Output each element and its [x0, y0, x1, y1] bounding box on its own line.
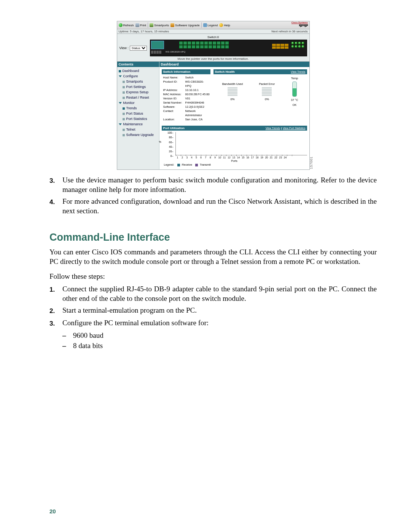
- page-number: 20: [49, 508, 56, 514]
- info-value: FHH0939H046: [185, 101, 210, 105]
- pu-view-stats-link[interactable]: View Port Statistics: [283, 127, 306, 129]
- port-grid[interactable]: [179, 42, 229, 48]
- nav-item-label: Restart / Reset: [126, 96, 149, 99]
- port-utilization-panel: Port Utilization View Trends | View Port…: [162, 126, 307, 167]
- nav-item-label: Port Statistics: [126, 117, 147, 121]
- cisco-brand: Cisco Systems: [292, 21, 308, 27]
- refresh-label: Refresh: [123, 24, 134, 27]
- print-button[interactable]: Print: [135, 23, 146, 27]
- nav-item-label: Port Settings: [126, 85, 146, 89]
- port-utilization-header: Port Utilization View Trends | View Port…: [162, 126, 307, 131]
- item-number: 3.: [49, 318, 62, 328]
- figure-reference-number: 157001: [309, 157, 313, 169]
- cli-section-heading: Command-Line Interface: [49, 232, 377, 243]
- legend-receive-swatch: [177, 164, 180, 166]
- bullet-icon: [123, 107, 125, 110]
- view-dropdown[interactable]: Status: [130, 46, 147, 51]
- item-text: Start a terminal-emulation program on th…: [62, 305, 377, 316]
- nav-item-label: Software Upgrade: [126, 133, 154, 137]
- info-value: 10.10.10.1: [185, 88, 210, 92]
- mode-buttons[interactable]: [151, 50, 163, 54]
- bullet-icon: [123, 81, 125, 83]
- temp-gauge: Temp 37 °C OK: [291, 77, 298, 107]
- bullet-icon: [119, 70, 121, 72]
- info-value: 00:D0:2B:FC:45:80: [185, 92, 210, 96]
- main-area: Contents DashboardConfigureSmartportsPor…: [117, 62, 309, 169]
- info-value: 12.2(0.0.9)SE2: [185, 105, 210, 109]
- dash-bullet: –: [62, 331, 73, 340]
- bandwidth-gauge: Bandwidth Used 0%: [222, 82, 243, 101]
- view-selector[interactable]: View : Status: [119, 46, 147, 51]
- switch-health-panel: Switch Health View Trends Bandwidth Used…: [213, 69, 307, 123]
- gbic-leds: [291, 42, 304, 48]
- view-label: View :: [119, 46, 129, 50]
- software-upgrade-label: Software Upgrade: [175, 24, 199, 27]
- nav-item[interactable]: Port Status: [119, 111, 158, 116]
- view-trends-link[interactable]: View Trends: [291, 70, 305, 73]
- chart-x-ticks: [176, 155, 297, 156]
- device-manager-figure: Refresh Print Smartports Software Upgrad…: [49, 21, 377, 170]
- temp-label: Temp: [291, 77, 298, 80]
- nav-item[interactable]: Dashboard: [119, 68, 158, 73]
- info-key: Version ID:: [163, 96, 184, 101]
- nav-item-label: Smartports: [126, 80, 143, 83]
- list-item: 1. Connect the supplied RJ-45-to DB-9 ad…: [49, 284, 377, 303]
- nav-item-label: Configure: [123, 74, 138, 78]
- uptime-text: Uptime: 5 days, 17 hours, 15 minutes: [119, 30, 169, 33]
- switch-information-panel: Switch Information Host Name:SwitchProdu…: [162, 69, 210, 123]
- info-key: Contact:: [163, 109, 184, 117]
- nav-item-label: Telnet: [126, 128, 135, 131]
- device-view-area: Switch:0 View : Status: [117, 34, 309, 62]
- software-upgrade-button[interactable]: Software Upgrade: [170, 23, 199, 27]
- nav-item[interactable]: Software Upgrade: [119, 132, 158, 137]
- nav-item[interactable]: Restart / Reset: [119, 95, 158, 100]
- port-utilization-chart: % 100–80–60–40–20–0–: [175, 132, 307, 155]
- uplink-ports[interactable]: [272, 44, 288, 49]
- nav-item[interactable]: Port Statistics: [119, 116, 158, 121]
- help-icon: [219, 23, 223, 27]
- chart-x-labels: 123456789101112131415161718192021222324: [175, 156, 307, 159]
- nav-item[interactable]: Smartports: [119, 79, 158, 84]
- chevron-down-icon: [119, 123, 122, 125]
- toolbar: Refresh Print Smartports Software Upgrad…: [117, 21, 309, 29]
- nav-item[interactable]: Trends: [119, 105, 158, 111]
- nav-header: Contents: [117, 62, 159, 67]
- bullet-icon: [123, 118, 125, 120]
- dashboard-header: Dashboard: [159, 62, 309, 67]
- legend-button[interactable]: Legend: [203, 23, 218, 27]
- info-key: Serial Number:: [163, 101, 184, 105]
- refresh-button[interactable]: Refresh: [119, 23, 134, 27]
- software-upgrade-icon: [170, 23, 174, 27]
- legend-label: Legend: [208, 24, 218, 27]
- help-label: Help: [224, 24, 230, 27]
- chart-legend: Legend: Receive Transmit: [162, 162, 307, 167]
- model-id-label: WS-CBS3020-HPQ: [166, 51, 280, 53]
- nav-item[interactable]: Monitor: [119, 100, 158, 105]
- nav-item[interactable]: Configure: [119, 73, 158, 79]
- help-button[interactable]: Help: [219, 23, 230, 27]
- smartports-button[interactable]: Smartports: [150, 23, 169, 27]
- list-item: 3. Configure the PC terminal emulation s…: [49, 318, 377, 328]
- pu-view-trends-link[interactable]: View Trends: [266, 127, 280, 129]
- switch-front-panel[interactable]: WS-CBS3020-HPQ: [150, 40, 307, 56]
- list-item-4: 4. For more advanced configuration, down…: [49, 197, 377, 216]
- info-key: IP Address:: [163, 88, 184, 92]
- nav-item-label: Trends: [126, 106, 137, 110]
- switch-index-label: Switch:0: [119, 35, 307, 39]
- nav-item-label: Port Status: [126, 112, 143, 115]
- item-number: 1.: [49, 284, 62, 303]
- chart-x-title: Ports: [162, 160, 307, 162]
- nav-item-label: Monitor: [123, 101, 135, 105]
- nav-item[interactable]: Express Setup: [119, 89, 158, 95]
- sub-item-text: 9600 baud: [73, 331, 104, 340]
- sub-list-item: – 9600 baud: [62, 331, 377, 340]
- bullet-icon: [123, 113, 125, 115]
- dash-bullet: –: [62, 341, 73, 350]
- nav-item[interactable]: Telnet: [119, 127, 158, 132]
- bullet-icon: [123, 129, 125, 131]
- nav-item[interactable]: Port Settings: [119, 84, 158, 89]
- nav-item[interactable]: Maintenance: [119, 121, 158, 127]
- switch-information-header: Switch Information: [162, 69, 210, 74]
- list-item-3: 3. Use the device manager to perform bas…: [49, 175, 377, 194]
- legend-icon: [203, 23, 207, 27]
